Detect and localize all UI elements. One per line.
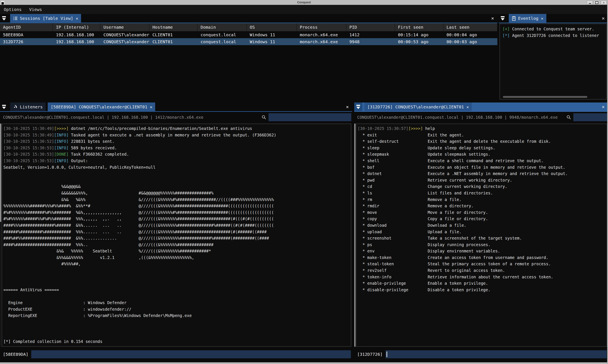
tab-eventlog[interactable]: Eventlog ✕ [509,14,546,23]
tab-session-312D7726[interactable]: [312D7726] CONQUEST\alexander@CLIENT01 ✕ [364,103,472,111]
collapse-bar-icon [501,16,505,17]
sessions-rows: 58EE89DA192.168.168.100CONQUEST\alexande… [0,31,497,45]
sessions-panel: Sessions [Table View] ✕ ✕ AgentIDIP (Int… [0,14,497,101]
chevron-down-icon [501,18,505,20]
left-console-terminal: [30-10-2025 15:30:49][>>>>] dotnet /mnt/… [2,124,351,347]
scrollbar-thumb[interactable] [0,124,1,222]
listener-icon [13,104,18,109]
left-console-header: Listeners [58EE89DA] CONQUEST\alexander@… [0,103,352,112]
command-input[interactable] [385,350,607,358]
table-row[interactable]: 58EE89DA192.168.168.100CONQUEST\alexande… [0,31,497,38]
close-panel-icon[interactable]: ✕ [602,16,605,21]
chevron-down-icon [2,107,6,109]
minimize-icon [589,3,591,4]
tab-label: Eventlog [518,16,538,21]
left-console-statusbar: CONQUEST\alexander@CLIENT01.conquest.loc… [0,113,352,122]
list-icon [13,16,18,21]
eventlog-lines: [+] Connected to Conquest team server.[*… [502,26,606,39]
close-tab-icon[interactable]: ✕ [541,16,543,21]
eventlog-horizontal-scrollbar[interactable] [503,96,587,98]
search-input[interactable] [269,113,351,121]
panel-dropdown-button[interactable] [0,14,8,23]
close-tab-icon[interactable]: ✕ [467,104,469,109]
tab-sessions-table-view[interactable]: Sessions [Table View] ✕ [10,14,81,23]
chevron-down-icon [2,18,6,20]
tab-label: Listeners [20,104,43,109]
left-console-log: [30-10-2025 15:30:49][>>>>] dotnet /mnt/… [3,125,351,164]
eventlog-panel: Eventlog ✕ ✕ [+] Connected to Conquest t… [499,14,608,101]
right-console-log: [30-10-2025 15:30:57][>>>>] help [358,125,607,132]
tab-label: [312D7726] CONQUEST\alexander@CLIENT01 [367,104,464,109]
left-console-scrollbar[interactable] [0,124,1,347]
collapse-bar-icon [2,16,6,17]
right-console-promptbar: [312D7726] [354,350,608,359]
search-icon [261,115,266,120]
right-console-scrollbar[interactable] [354,124,355,347]
help-output: * exit Exit the agent. * self-destruct E… [358,132,607,293]
left-console-panel: Listeners [58EE89DA] CONQUEST\alexander@… [0,103,352,362]
collapse-bar-icon [356,105,360,106]
tab-listeners[interactable]: Listeners [10,103,46,111]
prompt-label: [58EE89DA] [3,352,28,357]
collapse-bar-icon [2,105,6,106]
search-input[interactable] [573,113,607,121]
titlebar: Conquest ✕ [0,0,608,5]
close-window-button[interactable]: ✕ [601,1,607,5]
panel-dropdown-button[interactable] [354,103,362,111]
right-console-statusbar: CONQUEST\alexander@CLIENT01.conquest.loc… [354,113,608,122]
left-console-promptbar: [58EE89DA] [0,350,352,359]
scrollbar-thumb[interactable] [354,124,355,347]
tab-session-58EE89DA[interactable]: [58EE89DA] CONQUEST\alexander@CLIENT01 ✕ [48,103,155,111]
sessions-header-row: AgentIDIP (Internal)UsernameHostnameDoma… [0,23,497,31]
menubar: Options Views [0,5,608,14]
eventlog-panel-header: Eventlog ✕ ✕ [499,14,608,23]
eventlog-box: [+] Connected to Conquest team server.[*… [500,24,607,100]
clipboard-icon [512,16,516,21]
command-input[interactable] [31,350,351,358]
close-tab-icon[interactable]: ✕ [76,16,78,21]
menu-item-views[interactable]: Views [29,7,42,12]
maximize-button[interactable] [594,1,600,5]
table-row[interactable]: 312D7726192.168.168.100CONQUEST\alexande… [0,38,497,45]
close-panel-icon[interactable]: ✕ [491,16,494,21]
right-console-header: [312D7726] CONQUEST\alexander@CLIENT01 ✕… [354,103,608,112]
window-frame-right [607,0,608,364]
sessions-panel-header: Sessions [Table View] ✕ ✕ [0,14,497,23]
text-cursor [387,351,387,357]
prompt-label: [312D7726] [357,352,382,357]
agent-context: CONQUEST\alexander@CLIENT01.conquest.loc… [3,115,203,120]
right-console-panel: [312D7726] CONQUEST\alexander@CLIENT01 ✕… [354,103,608,362]
close-panel-icon[interactable]: ✕ [346,104,349,109]
maximize-icon [595,1,598,4]
panel-dropdown-button[interactable] [0,103,8,111]
window-title: Conquest [0,0,608,5]
left-console-output: Seatbelt, Version=1.0.0.0, Culture=neutr… [3,164,351,345]
tab-label: Sessions [Table View] [20,16,73,21]
close-tab-icon[interactable]: ✕ [150,104,152,109]
search-icon [566,115,571,120]
close-icon: ✕ [603,1,605,4]
chevron-down-icon [356,107,360,109]
window-frame-bottom [0,362,608,364]
panel-dropdown-button[interactable] [499,14,507,23]
tab-label: [58EE89DA] CONQUEST\alexander@CLIENT01 [51,104,147,109]
agent-context: CONQUEST\alexander@CLIENT01.conquest.loc… [357,115,557,120]
minimize-button[interactable] [587,1,593,5]
close-panel-icon[interactable]: ✕ [602,104,605,109]
right-console-terminal: [30-10-2025 15:30:57][>>>>] help * exit … [356,124,607,347]
menu-item-options[interactable]: Options [4,7,22,12]
